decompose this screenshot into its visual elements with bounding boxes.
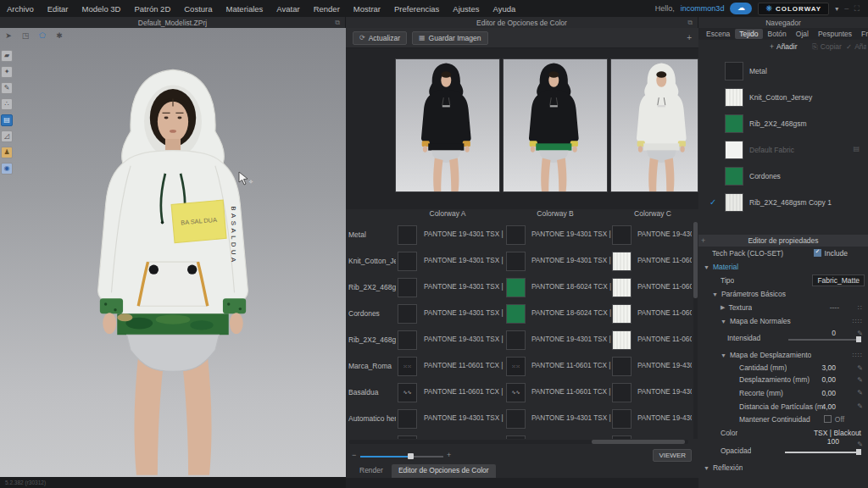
simulate-tool-icon[interactable]: ▰ (1, 50, 13, 62)
tab-colorway-editor[interactable]: Editor de Opciones de Color (392, 464, 496, 478)
colorway-a-swatch[interactable] (398, 252, 417, 271)
chevron-down-icon[interactable]: ▾ (835, 5, 838, 13)
menu-preferencias[interactable]: Preferencias (394, 4, 439, 14)
list-item[interactable]: ✓ Default Fabric ▤ (698, 137, 868, 164)
colorway-editor-tab[interactable]: Editor de Opciones de Color ⧉ + (346, 17, 698, 28)
colorway-a-swatch[interactable] (398, 304, 417, 324)
colorway-c-swatch[interactable] (612, 435, 632, 439)
colorway-b-preview[interactable] (503, 58, 608, 192)
menu-mostrar[interactable]: Mostrar (353, 4, 381, 14)
displacement-options-icon[interactable]: ∷∷ (853, 352, 863, 359)
list-item[interactable]: ✓ Cordones (698, 164, 868, 190)
tab-render[interactable]: Render (353, 464, 390, 478)
menu-avatar[interactable]: Avatar (276, 4, 299, 14)
tab-escena[interactable]: Escena (702, 29, 734, 39)
chevron-down-icon[interactable]: ▼ (704, 264, 709, 270)
menu-render[interactable]: Render (314, 4, 340, 14)
slider-thumb[interactable] (856, 449, 861, 455)
tab-pespuntes[interactable]: Pespuntes (814, 29, 856, 39)
colorway-c-swatch[interactable] (612, 357, 632, 376)
list-item[interactable]: ✓ Knit_Cotton_Jersey (698, 85, 868, 111)
chevron-down-icon[interactable]: ▼ (721, 352, 726, 358)
edit-pencil-icon[interactable]: ✎ (857, 441, 863, 448)
colorway-b-swatch[interactable] (506, 409, 526, 429)
tab-tejido[interactable]: Tejido (735, 29, 762, 39)
colorway-a-swatch[interactable] (398, 357, 417, 376)
colorway-b-swatch[interactable] (506, 383, 526, 402)
menu-archivo[interactable]: Archivo (7, 4, 34, 14)
colorway-a-preview[interactable] (395, 58, 500, 192)
texture-options-icon[interactable]: ∷ (858, 304, 863, 312)
edit-pencil-icon[interactable]: ✎ (857, 376, 863, 384)
3d-viewport[interactable]: ➤ ◳ ⬠ ✱ ▰ ✦ ✎ ∴ ▤ ◿ ♟ ◉ (0, 28, 346, 488)
colorway-c-swatch[interactable] (612, 252, 632, 271)
colorway-a-swatch[interactable] (398, 383, 417, 402)
update-button[interactable]: ⟳ Actualizar (353, 31, 407, 45)
intensity-slider[interactable] (788, 339, 860, 341)
normal-map-options-icon[interactable]: ∷∷ (853, 318, 863, 325)
opacity-slider[interactable] (785, 452, 860, 453)
copy-fabric-button[interactable]: ⎘ Copiar (812, 42, 842, 52)
field-value[interactable]: 0,00 (821, 375, 836, 384)
list-item[interactable]: ✓ Metal (698, 58, 868, 85)
render-style-icon[interactable]: ✱ (53, 30, 65, 42)
menu-editar[interactable]: Editar (47, 4, 69, 14)
zoom-out-icon[interactable]: − (352, 451, 356, 459)
tab-boton[interactable]: Botón (764, 29, 791, 39)
material-section-row[interactable]: ▼ Material (698, 260, 868, 274)
garment-tool-icon[interactable]: ◳ (19, 30, 31, 42)
add-colorway-icon[interactable]: + (687, 34, 692, 42)
environment-icon[interactable]: ◉ (1, 163, 13, 175)
colorway-c-swatch[interactable] (612, 278, 632, 297)
popout-icon[interactable]: ⧉ (687, 19, 693, 27)
colorway-b-swatch[interactable] (506, 304, 526, 324)
table-vertical-scrollbar[interactable] (693, 222, 698, 439)
menu-modelo3d[interactable]: Modelo 3D (82, 4, 121, 14)
colorway-a-swatch[interactable] (398, 409, 417, 429)
fabric-swatch[interactable] (725, 62, 743, 80)
colorway-a-swatch[interactable] (398, 225, 417, 245)
list-item[interactable]: ✓ Rib_2X2_468gsm (698, 111, 868, 137)
avatar-display-icon[interactable]: ⬠ (36, 30, 48, 42)
chevron-right-icon[interactable]: ▶ (721, 304, 725, 311)
edit-pencil-icon[interactable]: ✎ (857, 364, 863, 372)
popout-icon[interactable]: ⧉ (335, 19, 340, 27)
reflection-section-row[interactable]: ▼ Reflexión (698, 461, 868, 474)
add-fabric-button[interactable]: + Añadir (770, 42, 798, 51)
colorway-c-swatch[interactable] (612, 383, 632, 402)
colorway-b-swatch[interactable] (506, 435, 526, 439)
colorway-c-swatch[interactable] (612, 225, 632, 245)
tab-ojal[interactable]: Ojal (792, 29, 813, 39)
chevron-down-icon[interactable]: ▼ (712, 291, 718, 297)
garment-fit-icon[interactable]: ✦ (1, 66, 13, 78)
colorway-a-swatch[interactable] (398, 278, 417, 297)
chevron-down-icon[interactable]: ▼ (721, 319, 726, 324)
apply-fabric-button[interactable]: ✓ Añadir (846, 42, 866, 51)
table-horizontal-scrollbar[interactable] (349, 440, 688, 444)
save-image-button[interactable]: ▦ Guardar Imagen (412, 31, 487, 45)
colorway-brand-button[interactable]: ❋ COLORWAY (758, 3, 829, 15)
document-tab[interactable]: Default_Modelist.ZPrj ⧉ (0, 17, 346, 28)
colorway-c-swatch[interactable] (612, 304, 632, 324)
menu-patron2d[interactable]: Patrón 2D (134, 4, 170, 14)
field-value[interactable]: 4,00 (821, 402, 836, 411)
colorway-a-swatch[interactable] (398, 435, 417, 439)
select-tool-icon[interactable]: ➤ (3, 30, 14, 42)
type-value-dropdown[interactable]: Fabric_Matte (812, 274, 865, 286)
cloud-sync-icon[interactable]: ☁ (730, 3, 752, 14)
chevron-down-icon[interactable]: ▼ (704, 465, 709, 471)
colorway-c-swatch[interactable] (612, 330, 632, 350)
fabric-swatch[interactable] (725, 141, 743, 159)
menu-ayuda[interactable]: Ayuda (493, 4, 516, 14)
measure-tool-icon[interactable]: ∴ (1, 98, 13, 110)
menu-costura[interactable]: Costura (184, 4, 212, 14)
pin-tool-icon[interactable]: ✎ (1, 82, 13, 94)
include-checkbox[interactable]: Include (814, 249, 848, 258)
opacity-value[interactable]: 100 (827, 437, 839, 446)
avatar-show-icon[interactable]: ♟ (1, 147, 13, 158)
colorway-c-preview[interactable] (610, 58, 698, 192)
colorway-b-swatch[interactable] (506, 330, 526, 350)
colorway-b-swatch[interactable] (506, 252, 526, 271)
menu-materiales[interactable]: Materiales (226, 4, 264, 14)
colorway-a-swatch[interactable] (398, 330, 417, 350)
